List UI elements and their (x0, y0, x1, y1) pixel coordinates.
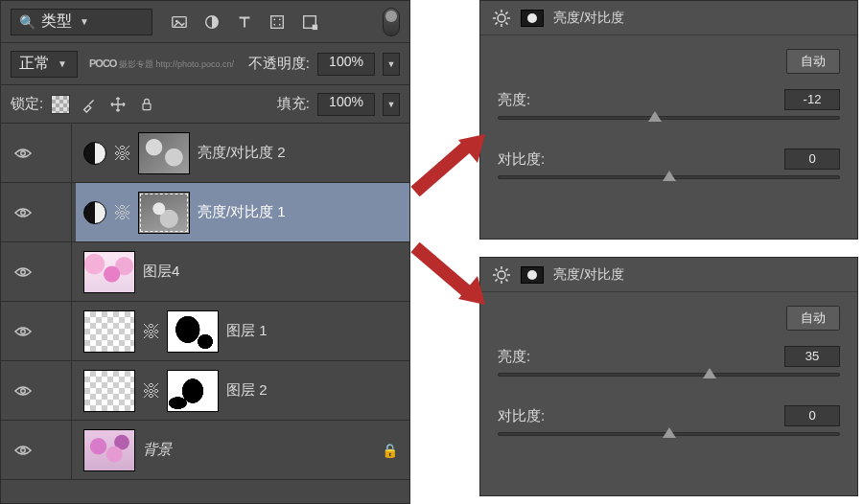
blend-row: 正常 ▼ POCO 摄影专题 http://photo.poco.cn/ 不透明… (1, 43, 409, 85)
mask-mode-icon[interactable] (521, 10, 544, 27)
svg-point-17 (498, 14, 505, 22)
blend-mode-combo[interactable]: 正常 ▼ (11, 51, 78, 78)
layer-row[interactable]: 𑗕 图层 2 (1, 361, 409, 421)
layer-thumb[interactable] (83, 429, 135, 471)
visibility-toggle[interactable] (7, 384, 39, 398)
mask-link-icon[interactable]: 𑗕 (143, 381, 159, 401)
layer-mask-thumb[interactable] (138, 132, 190, 174)
svg-point-15 (21, 388, 26, 393)
arrow-annotation (410, 240, 487, 310)
filter-type-label: 类型 (41, 11, 72, 32)
chevron-down-icon: ▼ (58, 58, 67, 69)
brightness-icon (492, 265, 511, 285)
visibility-toggle[interactable] (7, 147, 39, 160)
svg-point-5 (279, 18, 281, 20)
layer-thumb[interactable] (83, 310, 135, 353)
lock-transparency-icon[interactable] (51, 95, 70, 114)
chevron-down-icon: ▼ (80, 16, 89, 27)
mask-mode-icon[interactable] (521, 266, 544, 284)
contrast-track[interactable] (498, 432, 840, 436)
layer-row[interactable]: 𑗕 图层 1 (1, 302, 409, 361)
filter-pixel-icon[interactable] (170, 12, 189, 32)
opacity-field[interactable]: 100% (317, 53, 375, 76)
layer-thumb[interactable] (83, 370, 135, 412)
layer-filter-row: 🔍 类型 ▼ (1, 1, 409, 43)
svg-point-13 (21, 269, 26, 274)
layer-gutter (43, 242, 72, 301)
search-icon: 🔍 (19, 14, 35, 30)
opacity-dropdown[interactable]: ▼ (383, 53, 400, 76)
visibility-toggle[interactable] (7, 325, 39, 338)
adjustment-icon (83, 142, 106, 165)
contrast-label: 对比度: (498, 150, 545, 169)
svg-point-16 (21, 447, 26, 452)
mask-link-icon[interactable]: 𑗕 (143, 322, 159, 341)
lock-all-icon[interactable] (137, 95, 156, 114)
contrast-track[interactable] (498, 175, 840, 179)
brightness-track[interactable] (498, 116, 840, 120)
fill-field[interactable]: 100% (317, 93, 375, 116)
fill-dropdown[interactable]: ▼ (383, 93, 400, 116)
lock-icon: 🔒 (382, 443, 398, 458)
layer-mask-thumb[interactable] (167, 370, 219, 412)
filter-toggle[interactable] (383, 8, 400, 36)
layers-panel: 🔍 类型 ▼ 正常 ▼ POCO 摄影专题 http://photo.poco.… (0, 0, 410, 504)
mask-link-icon[interactable]: 𑗕 (114, 144, 130, 163)
layer-row[interactable]: 图层4 (1, 242, 409, 302)
visibility-toggle[interactable] (7, 444, 39, 457)
layer-row[interactable]: 背景 🔒 (1, 421, 409, 480)
panel-title: 亮度/对比度 (553, 10, 624, 27)
layer-filter-type-combo[interactable]: 🔍 类型 ▼ (11, 9, 152, 35)
filter-smart-icon[interactable] (300, 12, 319, 32)
layer-gutter (43, 183, 72, 241)
layer-name[interactable]: 图层 1 (226, 322, 268, 340)
filter-shape-icon[interactable] (268, 12, 287, 32)
svg-point-7 (279, 23, 281, 25)
brightness-contrast-panel-bottom: 亮度/对比度 自动 亮度: 35 对比度: 0 (479, 257, 858, 496)
svg-point-6 (273, 23, 275, 25)
layer-name[interactable]: 亮度/对比度 1 (198, 203, 286, 221)
layer-gutter (43, 124, 72, 182)
adjustment-icon (83, 201, 106, 224)
layer-name[interactable]: 图层4 (143, 263, 179, 281)
layer-row[interactable]: 𑗕 亮度/对比度 2 (1, 124, 409, 183)
brightness-value[interactable]: -12 (784, 89, 840, 110)
layer-gutter (43, 361, 72, 420)
layer-mask-thumb[interactable] (138, 192, 190, 234)
layer-list: 𑗕 亮度/对比度 2 𑗕 亮度/对比度 1 图层4 (1, 124, 409, 480)
contrast-value[interactable]: 0 (784, 149, 840, 170)
lock-paint-icon[interactable] (80, 95, 99, 114)
contrast-value[interactable]: 0 (784, 405, 840, 426)
svg-point-4 (273, 18, 275, 20)
mask-link-icon[interactable]: 𑗕 (114, 203, 130, 222)
slider-handle[interactable] (663, 171, 676, 181)
slider-handle[interactable] (703, 368, 716, 378)
slider-handle[interactable] (663, 427, 676, 438)
svg-rect-9 (313, 24, 317, 29)
filter-type-text-icon[interactable] (235, 12, 254, 32)
auto-button[interactable]: 自动 (786, 49, 840, 74)
contrast-slider: 对比度: 0 (498, 149, 840, 179)
layer-thumb[interactable] (83, 251, 135, 293)
contrast-label: 对比度: (498, 407, 545, 425)
layer-name[interactable]: 亮度/对比度 2 (198, 144, 286, 162)
watermark: POCO 摄影专题 http://photo.poco.cn/ (89, 57, 234, 71)
visibility-toggle[interactable] (7, 265, 39, 279)
layer-name[interactable]: 背景 (143, 441, 172, 459)
visibility-toggle[interactable] (7, 206, 39, 219)
filter-adjust-icon[interactable] (202, 12, 222, 32)
svg-point-12 (21, 210, 26, 215)
layer-row[interactable]: 𑗕 亮度/对比度 1 (1, 183, 409, 242)
lock-move-icon[interactable] (108, 95, 128, 114)
layer-gutter (43, 421, 72, 479)
brightness-track[interactable] (498, 373, 840, 377)
layer-name[interactable]: 图层 2 (226, 381, 268, 400)
svg-point-11 (21, 150, 26, 155)
svg-point-18 (498, 271, 505, 279)
opacity-label: 不透明度: (248, 55, 310, 73)
svg-rect-10 (143, 103, 151, 109)
layer-mask-thumb[interactable] (167, 310, 219, 353)
auto-button[interactable]: 自动 (786, 306, 840, 331)
slider-handle[interactable] (648, 111, 662, 122)
brightness-value[interactable]: 35 (784, 346, 840, 367)
